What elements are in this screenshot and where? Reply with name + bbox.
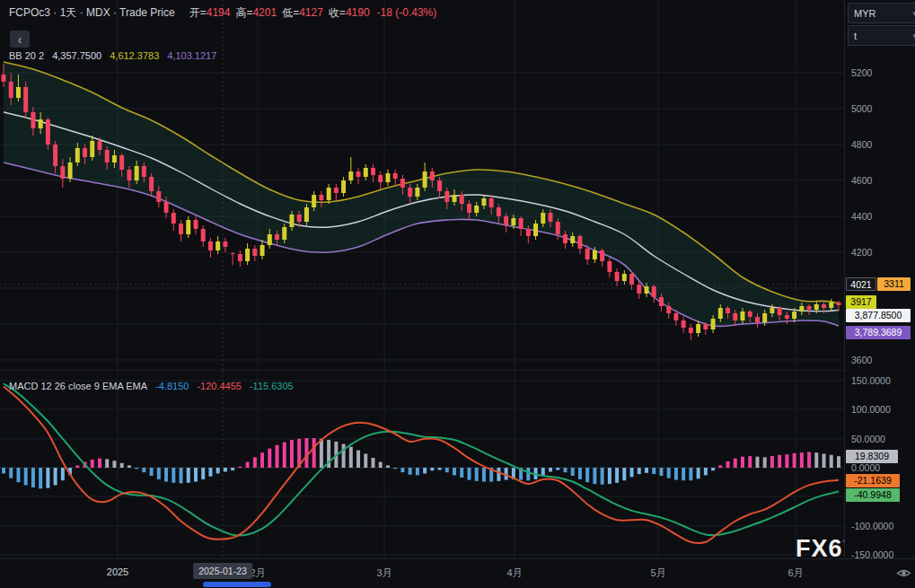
axis-tick-label: 50.0000 bbox=[851, 434, 885, 444]
time-axis-label: 2月 bbox=[250, 566, 265, 580]
ohlc-values: 开=4194高=4201低=4127收=4190 bbox=[184, 6, 370, 19]
axis-tick-label: 4600 bbox=[851, 175, 872, 186]
symbol-title[interactable]: FCPOc3 · 1天 · MDX · Trade Price bbox=[9, 6, 175, 19]
back-arrow-icon: ‹ bbox=[18, 32, 22, 47]
bb-legend-title: BB 20 2 bbox=[9, 50, 44, 61]
price-badge: 3311 bbox=[877, 277, 911, 291]
macd-chart[interactable] bbox=[0, 371, 844, 558]
bb-indicator-legend[interactable]: BB 20 24,357.75004,612.37834,103.1217 bbox=[9, 50, 224, 61]
indicator-value: -4.8150 bbox=[155, 381, 189, 391]
axis-tick-label: 4200 bbox=[851, 247, 872, 258]
axis-tick-label: 0.0000 bbox=[851, 462, 880, 473]
currency-select[interactable]: MYR ▾ bbox=[848, 3, 915, 23]
trading-chart-app: FCPOc3 · 1天 · MDX · Trade Price开=4194高=4… bbox=[0, 0, 915, 588]
unit-select[interactable]: t ▾ bbox=[848, 25, 915, 46]
price-badge: 3,877.8500 bbox=[846, 309, 911, 322]
unit-label: t bbox=[854, 31, 857, 41]
time-axis-label: 3月 bbox=[376, 566, 392, 580]
ohlc-value: 4201 bbox=[252, 6, 277, 19]
ohlc-value: 4190 bbox=[346, 6, 370, 19]
price-axis[interactable]: MYR ▾ t ▾ 520050004800460044004200360040… bbox=[844, 0, 915, 558]
time-axis-label: 4月 bbox=[506, 566, 522, 580]
axis-tick-label: 4800 bbox=[851, 139, 872, 150]
ohlc-label: 高= bbox=[235, 6, 252, 19]
macd-legend-values: -4.8150-120.4455-115.6305 bbox=[155, 381, 302, 391]
scroll-left-button[interactable]: ‹ bbox=[10, 31, 30, 48]
change-value: -18 (-0.43%) bbox=[377, 6, 437, 19]
indicator-value: 4,612.3783 bbox=[110, 50, 159, 61]
axis-tick-label: 3600 bbox=[851, 355, 872, 365]
axis-tick-label: -100.0000 bbox=[851, 521, 893, 531]
currency-label: MYR bbox=[854, 8, 875, 19]
macd-legend-title: MACD 12 26 close 9 EMA EMA bbox=[9, 381, 147, 391]
ohlc-label: 开= bbox=[189, 6, 207, 19]
symbol-header: FCPOc3 · 1天 · MDX · Trade Price开=4194高=4… bbox=[9, 5, 436, 21]
time-axis[interactable]: 20252月3月4月5月6月2025-01-23 bbox=[0, 558, 915, 588]
axis-tick-label: 4400 bbox=[851, 211, 872, 222]
price-badge: 3,789.3689 bbox=[846, 326, 911, 339]
time-axis-label: 6月 bbox=[787, 566, 803, 580]
indicator-value: 4,103.1217 bbox=[167, 50, 216, 61]
ohlc-value: 4127 bbox=[299, 6, 323, 19]
macd-indicator-legend[interactable]: MACD 12 26 close 9 EMA EMA-4.8150-120.44… bbox=[9, 381, 302, 391]
indicator-value: 4,357.7500 bbox=[52, 50, 101, 61]
axis-tick-label: 100.0000 bbox=[851, 404, 891, 415]
price-badge: -40.9948 bbox=[846, 488, 900, 502]
indicator-value: -120.4455 bbox=[197, 381, 242, 391]
eye-icon[interactable] bbox=[896, 567, 911, 579]
price-badge: 19.8309 bbox=[846, 450, 898, 463]
price-badge: 4021 bbox=[846, 277, 876, 291]
ohlc-value: 4194 bbox=[207, 6, 231, 19]
crosshair-date-label: 2025-01-23 bbox=[193, 563, 252, 579]
indicator-value: -115.6305 bbox=[250, 381, 294, 391]
pane-separator[interactable] bbox=[0, 370, 915, 371]
axis-tick-label: 150.0000 bbox=[851, 375, 891, 386]
bb-legend-values: 4,357.75004,612.37834,103.1217 bbox=[52, 50, 224, 61]
time-axis-label: 5月 bbox=[650, 566, 665, 580]
axis-tick-label: 5000 bbox=[851, 103, 872, 114]
time-axis-label: 2025 bbox=[107, 566, 128, 577]
scrollbar-thumb[interactable] bbox=[203, 582, 271, 587]
ohlc-label: 低= bbox=[282, 6, 299, 19]
price-badge: -21.1639 bbox=[846, 474, 900, 487]
axis-tick-label: 5200 bbox=[851, 67, 872, 78]
price-badge: 3917 bbox=[846, 295, 876, 309]
ohlc-label: 收= bbox=[329, 6, 346, 19]
